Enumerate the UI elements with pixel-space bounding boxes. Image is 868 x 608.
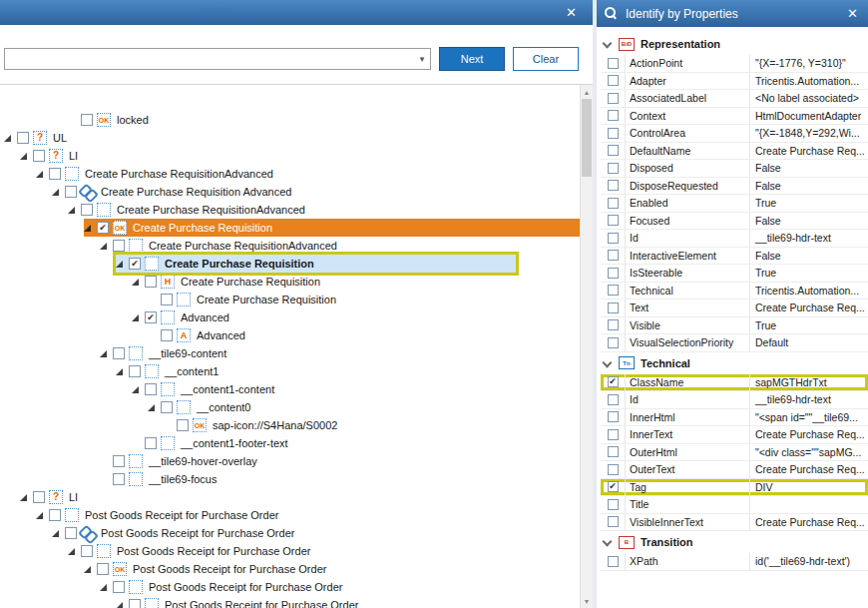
property-value[interactable]: False [750, 248, 868, 265]
node-checkbox[interactable] [113, 473, 125, 485]
node-label[interactable]: Create Purchase Requisition [195, 294, 338, 305]
property-checkbox[interactable] [608, 75, 619, 86]
tree-node[interactable]: Post Goods Receipt for Purchase Order [52, 524, 302, 542]
node-label[interactable]: Create Purchase Requisition [179, 276, 322, 288]
node-label[interactable]: locked [115, 114, 151, 126]
property-value[interactable]: Tricentis.Automation... [750, 283, 868, 300]
node-label[interactable]: __content1-footer-text [179, 437, 290, 449]
node-checkbox[interactable] [113, 240, 125, 252]
property-checkbox[interactable] [608, 93, 619, 104]
node-label[interactable]: __tile69-hover-overlay [147, 455, 259, 467]
node-label[interactable]: sap-icon://S4Hana/S0002 [211, 419, 339, 431]
property-value[interactable]: Create Purchase Req... [750, 514, 868, 531]
tree-row[interactable]: ✔Advanced [0, 308, 580, 326]
tree-node[interactable]: __content1 [116, 362, 226, 380]
tree-row[interactable]: __tile69-content [0, 344, 580, 362]
property-checkbox[interactable] [608, 215, 619, 226]
property-checkbox[interactable] [608, 303, 619, 313]
tree-node[interactable]: ✔OKCreate Purchase Requisition [84, 219, 580, 237]
node-checkbox[interactable] [65, 186, 77, 198]
tree-node[interactable]: ✔Create Purchase Requisition [116, 255, 516, 273]
scrollbar-thumb[interactable] [582, 99, 592, 177]
tree-row[interactable]: __content1 [0, 362, 580, 380]
expand-arrow-icon[interactable] [4, 135, 17, 142]
node-label[interactable]: LI [67, 150, 80, 162]
node-checkbox[interactable] [161, 401, 173, 413]
expand-arrow-icon[interactable] [68, 207, 81, 214]
property-checkbox[interactable] [608, 499, 619, 510]
property-row[interactable]: Title [601, 496, 868, 514]
node-checkbox[interactable]: ✔ [97, 222, 109, 234]
tree-node[interactable]: Create Purchase RequisitionAdvanced [36, 165, 281, 183]
tree-row[interactable]: __tile69-hover-overlay [0, 452, 580, 470]
tree-row[interactable]: __tile69-focus [0, 470, 580, 488]
property-value[interactable]: "{X=-1776, Y=310}" [750, 55, 868, 72]
expand-arrow-icon[interactable] [116, 261, 129, 268]
property-value[interactable]: __tile69-hdr-text [750, 391, 868, 408]
tree-node[interactable]: Create Purchase Requisition [148, 291, 344, 308]
node-label[interactable]: LI [67, 491, 80, 503]
tree-row[interactable]: Post Goods Receipt for Purchase Order [0, 542, 580, 560]
tree-row[interactable]: __content1-content [0, 380, 580, 398]
tree-node[interactable]: OKlocked [68, 111, 157, 129]
node-label[interactable]: __content1 [163, 365, 220, 377]
property-checkbox[interactable] [608, 285, 619, 296]
node-label[interactable]: Create Purchase RequisitionAdvanced [147, 240, 339, 252]
property-row[interactable]: DisposeRequestedFalse [601, 178, 868, 196]
node-label[interactable]: Post Goods Receipt for Purchase Order [147, 581, 344, 593]
section-header[interactable]: TnTechnical [601, 352, 868, 374]
node-checkbox[interactable] [49, 509, 61, 521]
property-checkbox[interactable] [608, 198, 619, 209]
tree-row[interactable]: Post Goods Receipt for Purchase Order [0, 506, 580, 524]
property-checkbox[interactable] [608, 337, 619, 348]
tree-row[interactable]: __content0 [0, 398, 580, 416]
property-row[interactable]: DefaultNameCreate Purchase Req... [601, 143, 868, 161]
expand-arrow-icon[interactable] [116, 368, 129, 375]
chevron-down-icon[interactable] [603, 537, 613, 547]
expand-arrow-icon[interactable] [84, 225, 97, 232]
search-combobox[interactable]: ▾ [4, 48, 431, 70]
property-value[interactable]: Tricentis.Automation... [750, 73, 868, 90]
tree-row[interactable]: Create Purchase RequisitionAdvanced [0, 201, 580, 219]
property-row[interactable]: InteractiveElementFalse [601, 248, 868, 266]
node-checkbox[interactable] [81, 545, 93, 557]
node-checkbox[interactable] [33, 491, 45, 503]
chevron-down-icon[interactable] [603, 358, 613, 368]
expand-arrow-icon[interactable] [36, 512, 49, 519]
tree-node[interactable]: __tile69-content [100, 344, 234, 362]
close-icon[interactable]: ✕ [566, 6, 577, 19]
property-row[interactable]: VisibleTrue [601, 317, 868, 335]
node-checkbox[interactable] [177, 419, 189, 431]
scroll-up-icon[interactable]: ▲ [581, 85, 593, 99]
property-row[interactable]: InnerHtml"<span id=""__tile69... [601, 409, 868, 427]
property-row[interactable]: EnabledTrue [601, 195, 868, 213]
property-checkbox[interactable] [608, 250, 619, 261]
node-checkbox[interactable] [113, 347, 125, 359]
property-row[interactable]: AssociatedLabel<No label associated> [601, 90, 868, 108]
tree-row[interactable]: ?UL [0, 129, 580, 147]
property-row[interactable]: VisibleInnerTextCreate Purchase Req... [601, 514, 868, 532]
property-row[interactable]: TextCreate Purchase Req... [601, 300, 868, 317]
property-value[interactable]: Default [750, 334, 868, 351]
tree-node[interactable]: Create Purchase RequisitionAdvanced [68, 201, 313, 219]
property-value[interactable]: True [750, 195, 868, 212]
next-button[interactable]: Next [439, 47, 505, 71]
tree-node[interactable]: __content1-content [132, 380, 282, 398]
scroll-down-icon[interactable]: ▼ [581, 594, 593, 608]
node-checkbox[interactable] [161, 294, 173, 305]
property-row[interactable]: XPathid('__tile69-hdr-text') [601, 553, 868, 571]
tree-node[interactable]: Post Goods Receipt for Purchase Order [68, 542, 318, 560]
node-label[interactable]: __content1-content [179, 383, 276, 395]
tree-node[interactable]: HCreate Purchase Requisition [132, 273, 328, 291]
property-row[interactable]: OuterTextCreate Purchase Req... [601, 461, 868, 479]
property-value[interactable]: __tile69-hdr-text [750, 230, 868, 247]
property-checkbox[interactable] [608, 516, 619, 527]
property-value[interactable]: DIV [750, 479, 868, 496]
property-value[interactable]: <No label associated> [750, 90, 868, 107]
property-checkbox[interactable] [608, 163, 619, 174]
node-label[interactable]: Advanced [179, 311, 231, 323]
node-checkbox[interactable] [33, 150, 45, 162]
expand-arrow-icon[interactable] [20, 153, 33, 160]
property-value[interactable]: True [750, 317, 868, 334]
tree-node[interactable]: Post Goods Receipt for Purchase Order [36, 506, 286, 524]
